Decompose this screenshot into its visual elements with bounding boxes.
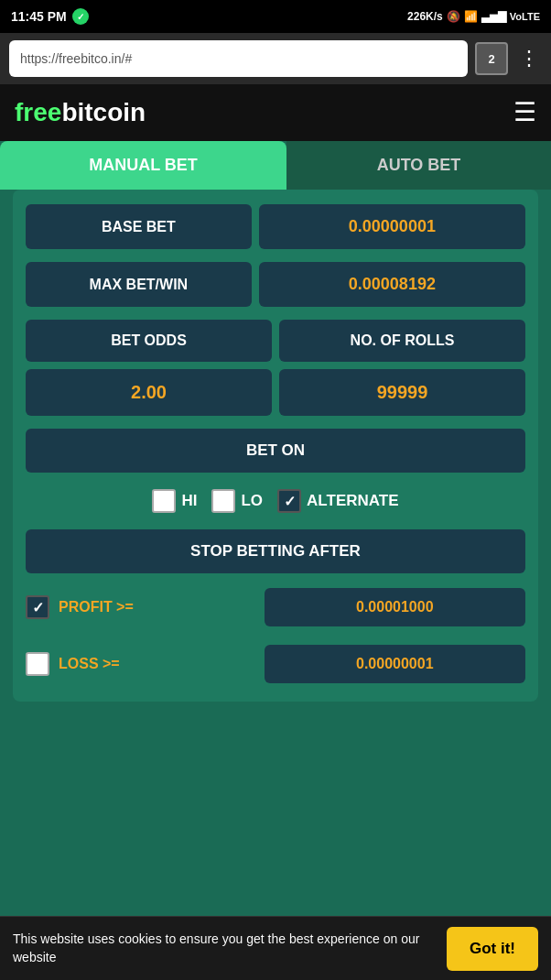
profit-value[interactable]: 0.00001000 bbox=[265, 588, 525, 626]
base-bet-row: BASE BET 0.00000001 bbox=[26, 204, 525, 249]
base-bet-label: BASE BET bbox=[26, 204, 252, 249]
cookie-text: This website uses cookies to ensure you … bbox=[13, 931, 436, 966]
url-bar[interactable]: https://freebitco.in/# bbox=[9, 40, 468, 77]
no-rolls-label: NO. OF ROLLS bbox=[279, 320, 525, 362]
bet-odds-value[interactable]: 2.00 bbox=[26, 369, 272, 416]
bet-odds-label: BET ODDS bbox=[26, 320, 272, 362]
time-display: 11:45 PM bbox=[11, 9, 67, 24]
stop-betting-header: STOP BETTING AFTER bbox=[26, 529, 525, 573]
hi-checkbox[interactable] bbox=[152, 489, 176, 513]
profit-row: PROFIT >= 0.00001000 bbox=[26, 584, 525, 630]
status-left: 11:45 PM ✓ bbox=[11, 8, 89, 25]
bet-on-row: HI LO ALTERNATE bbox=[26, 482, 525, 524]
alternate-label: ALTERNATE bbox=[307, 492, 398, 510]
loss-value[interactable]: 0.00000001 bbox=[265, 645, 525, 683]
cookie-accept-button[interactable]: Got it! bbox=[447, 927, 538, 971]
bet-panel: BASE BET 0.00000001 MAX BET/WIN 0.000081… bbox=[13, 190, 538, 702]
whatsapp-icon: ✓ bbox=[72, 8, 89, 25]
loss-label: LOSS >= bbox=[59, 656, 255, 672]
cookie-banner: This website uses cookies to ensure you … bbox=[0, 916, 551, 980]
loss-row: LOSS >= 0.00000001 bbox=[26, 641, 525, 687]
lo-checkbox-label[interactable]: LO bbox=[211, 489, 263, 513]
profit-checkbox[interactable] bbox=[26, 595, 49, 619]
no-rolls-value[interactable]: 99999 bbox=[279, 369, 525, 416]
lo-checkbox[interactable] bbox=[211, 489, 235, 513]
more-options-button[interactable]: ⋮ bbox=[515, 47, 542, 71]
max-bet-value[interactable]: 0.00008192 bbox=[259, 262, 525, 307]
alternate-checkbox[interactable] bbox=[277, 489, 301, 513]
notification-icon: 🔕 bbox=[447, 10, 460, 23]
logo-free: free bbox=[15, 98, 61, 126]
status-bar: 11:45 PM ✓ 226K/s 🔕 📶 ▃▅▇ VoLTE bbox=[0, 0, 551, 33]
signal-icon: ▃▅▇ bbox=[481, 10, 506, 23]
base-bet-value[interactable]: 0.00000001 bbox=[259, 204, 525, 249]
hi-checkbox-label[interactable]: HI bbox=[152, 489, 197, 513]
volte-badge: VoLTE bbox=[510, 11, 540, 22]
profit-label: PROFIT >= bbox=[59, 599, 255, 615]
tab-count-button[interactable]: 2 bbox=[475, 42, 508, 75]
loss-checkbox[interactable] bbox=[26, 652, 49, 676]
browser-bar: https://freebitco.in/# 2 ⋮ bbox=[0, 33, 551, 84]
logo-bitcoin: bitcoin bbox=[61, 98, 146, 126]
status-right: 226K/s 🔕 📶 ▃▅▇ VoLTE bbox=[407, 10, 540, 23]
nav-bar: freebitcoin ☰ bbox=[0, 84, 551, 141]
hi-label: HI bbox=[181, 492, 197, 510]
alternate-checkbox-label[interactable]: ALTERNATE bbox=[277, 489, 398, 513]
lo-label: LO bbox=[241, 492, 263, 510]
url-text: https://freebitco.in/# bbox=[20, 51, 132, 66]
wifi-icon: 📶 bbox=[464, 10, 478, 23]
tab-manual-bet[interactable]: MANUAL BET bbox=[0, 141, 286, 190]
main-content: MANUAL BET AUTO BET BASE BET 0.00000001 … bbox=[0, 141, 551, 929]
max-bet-row: MAX BET/WIN 0.00008192 bbox=[26, 262, 525, 307]
tab-auto-bet[interactable]: AUTO BET bbox=[286, 141, 551, 190]
bet-on-header: BET ON bbox=[26, 429, 525, 473]
odds-rolls-row: BET ODDS 2.00 NO. OF ROLLS 99999 bbox=[26, 320, 525, 416]
bet-odds-col: BET ODDS 2.00 bbox=[26, 320, 272, 416]
no-rolls-col: NO. OF ROLLS 99999 bbox=[279, 320, 525, 416]
network-speed: 226K/s bbox=[407, 10, 443, 23]
bet-tabs: MANUAL BET AUTO BET bbox=[0, 141, 551, 190]
max-bet-label: MAX BET/WIN bbox=[26, 262, 252, 307]
site-logo[interactable]: freebitcoin bbox=[15, 98, 146, 127]
hamburger-menu-button[interactable]: ☰ bbox=[513, 100, 536, 125]
